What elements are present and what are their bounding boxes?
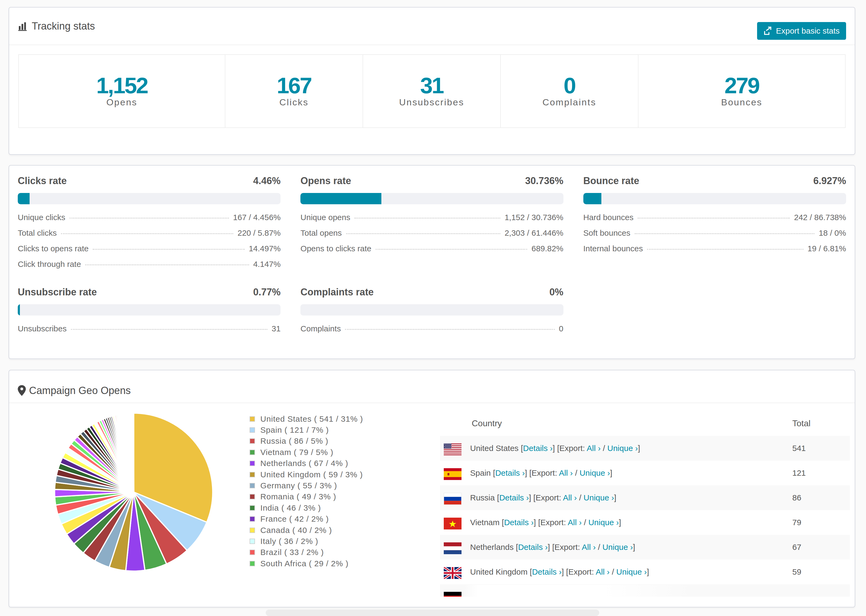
legend-swatch (250, 438, 255, 444)
geo-table-header: Country Total (440, 403, 850, 436)
geo-country-cell: United States [Details ›] [Export: All ›… (470, 444, 640, 453)
rate-title: Opens rate (301, 175, 351, 187)
rate-row: Unsubscribes31 (18, 324, 280, 340)
legend-swatch (250, 449, 255, 455)
rate-percentage: 0% (550, 286, 564, 298)
rate-progress-bar (18, 304, 280, 316)
rate-progress-bar (583, 193, 846, 204)
legend-item: Canada ( 40 / 2% ) (250, 525, 363, 536)
legend-label: United States ( 541 / 31% ) (260, 415, 363, 424)
rate-row: Total clicks220 / 5.87% (18, 228, 280, 244)
geo-country-cell: Netherlands [Details ›] [Export: All › /… (470, 543, 635, 552)
stat-label: Clicks (279, 97, 309, 107)
legend-label: Romania ( 49 / 3% ) (260, 492, 336, 501)
dotted-leader (376, 249, 527, 250)
legend-swatch (250, 472, 255, 477)
export-unique-link[interactable]: Unique › (589, 518, 619, 527)
legend-swatch (250, 550, 255, 555)
legend-item: Romania ( 49 / 3% ) (250, 491, 363, 502)
legend-label: Canada ( 40 / 2% ) (260, 526, 332, 535)
flag-icon-vn (444, 518, 463, 528)
export-all-link[interactable]: All › (587, 444, 601, 453)
rate-row: Unique clicks167 / 4.456% (18, 213, 280, 228)
export-icon (764, 26, 773, 36)
legend-item: Netherlands ( 67 / 4% ) (250, 458, 363, 469)
legend-swatch (250, 516, 255, 522)
dotted-leader (346, 233, 500, 234)
export-unique-link[interactable]: Unique › (616, 567, 647, 576)
export-unique-link[interactable]: Unique › (579, 468, 610, 477)
dotted-leader (647, 249, 803, 250)
tracking-stats-card: Tracking stats Export basic stats 1,152O… (9, 7, 855, 155)
export-unique-link[interactable]: Unique › (602, 543, 633, 552)
geo-total-cell: 541 (792, 444, 850, 453)
rate-row: Hard bounces242 / 86.738% (583, 213, 846, 228)
export-unique-link[interactable]: Unique › (584, 493, 614, 502)
legend-swatch (250, 460, 255, 466)
dotted-leader (70, 218, 229, 218)
legend-item: India ( 46 / 3% ) (250, 502, 363, 513)
legend-label: Vietnam ( 79 / 5% ) (260, 448, 333, 457)
legend-label: South Africa ( 29 / 2% ) (260, 559, 348, 568)
geo-legend: United States ( 541 / 31% )Spain ( 121 /… (250, 413, 363, 569)
details-link[interactable]: Details › (523, 444, 553, 453)
export-all-link[interactable]: All › (582, 543, 596, 552)
legend-item: Russia ( 86 / 5% ) (250, 436, 363, 447)
horizontal-scrollbar[interactable] (266, 610, 599, 616)
geo-table: Country Total United States [Details ›] … (440, 403, 850, 597)
legend-label: India ( 46 / 3% ) (260, 503, 321, 512)
legend-swatch (250, 427, 255, 433)
details-link[interactable]: Details › (532, 567, 562, 576)
geo-total-cell: 86 (792, 493, 850, 502)
stat-label: Unsubscribes (399, 97, 464, 107)
rate-title: Bounce rate (583, 175, 639, 187)
export-basic-stats-button[interactable]: Export basic stats (757, 22, 846, 40)
legend-item: South Africa ( 29 / 2% ) (250, 558, 363, 569)
geo-col-total: Total (792, 418, 850, 428)
stat-bounces: 279Bounces (638, 55, 845, 127)
flag-icon-nl (444, 542, 463, 552)
legend-swatch (250, 416, 255, 422)
export-all-link[interactable]: All › (563, 493, 577, 502)
rate-progress-bar (301, 304, 563, 316)
rate-row: Complaints0 (301, 324, 563, 340)
stat-value: 279 (724, 72, 759, 99)
legend-label: Spain ( 121 / 7% ) (260, 426, 329, 435)
geo-table-row-nl: Netherlands [Details ›] [Export: All › /… (440, 535, 850, 559)
details-link[interactable]: Details › (495, 468, 525, 477)
legend-label: Italy ( 36 / 2% ) (260, 537, 318, 546)
legend-swatch (250, 483, 255, 488)
legend-swatch (250, 561, 255, 566)
details-link[interactable]: Details › (518, 543, 548, 552)
stat-complaints: 0Complaints (501, 55, 638, 127)
tracking-stats-title: Tracking stats (32, 20, 95, 32)
geo-country-cell: Spain [Details ›] [Export: All › / Uniqu… (470, 468, 612, 478)
flag-icon-de (444, 592, 463, 597)
export-all-link[interactable]: All › (596, 567, 610, 576)
geo-total-cell: 67 (792, 543, 850, 552)
bar-chart-icon (18, 21, 28, 31)
legend-item: Germany ( 55 / 3% ) (250, 480, 363, 491)
details-link[interactable]: Details › (504, 518, 534, 527)
legend-label: Russia ( 86 / 5% ) (260, 437, 328, 446)
export-unique-link[interactable]: Unique › (607, 444, 638, 453)
stat-value: 0 (564, 72, 575, 99)
legend-swatch (250, 505, 255, 511)
stat-value: 167 (277, 72, 311, 99)
map-marker-icon (18, 385, 26, 396)
geo-total-cell: 59 (792, 567, 850, 577)
rate-row: Opens to clicks rate689.82% (301, 244, 563, 259)
geo-total-cell: 79 (792, 518, 850, 527)
rate-block-opens-rate: Opens rate30.736%Unique opens1,152 / 30.… (301, 175, 563, 275)
legend-label: Netherlands ( 67 / 4% ) (260, 459, 348, 468)
flag-icon-es (444, 468, 463, 478)
legend-item: France ( 42 / 2% ) (250, 514, 363, 525)
export-all-link[interactable]: All › (568, 518, 582, 527)
dotted-leader (635, 233, 814, 234)
rate-percentage: 0.77% (253, 286, 280, 298)
geo-header: Campaign Geo Opens (9, 370, 855, 403)
legend-item: Spain ( 121 / 7% ) (250, 424, 363, 435)
dotted-leader (93, 249, 244, 250)
details-link[interactable]: Details › (499, 493, 529, 502)
export-all-link[interactable]: All › (559, 468, 573, 477)
